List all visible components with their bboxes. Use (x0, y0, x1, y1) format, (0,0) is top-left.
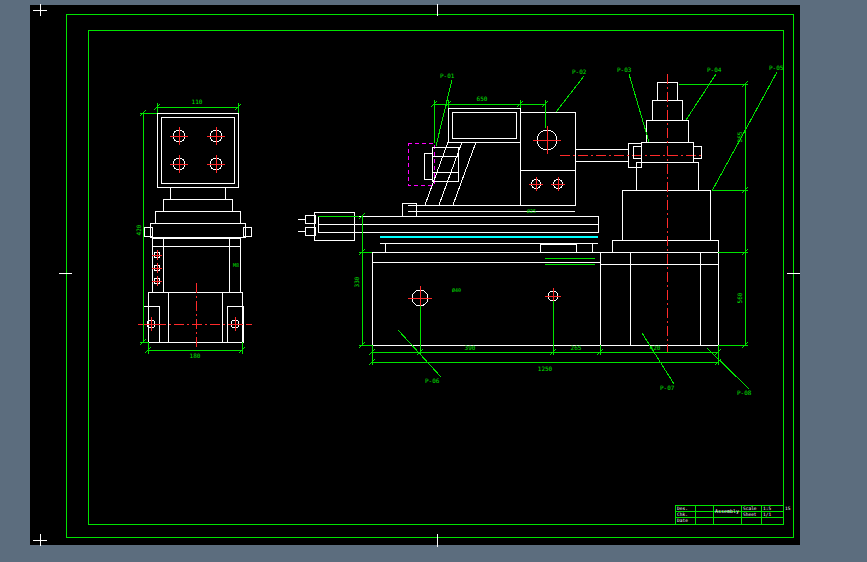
dim-fixture-height: 420 (135, 224, 142, 235)
titleblock-row-label: Chk. (677, 512, 688, 517)
side-hole-centermarks (152, 250, 162, 286)
sheet-value: 1/1 (763, 512, 771, 517)
cad-canvas[interactable]: 110 420 180 M8 (0, 0, 867, 562)
dim-base-width: 180 (190, 352, 201, 359)
titleblock-row-label: Date (677, 518, 688, 523)
titleblock-row-label: Des. (677, 506, 688, 511)
callout-label: P-02 (572, 68, 587, 75)
callout-label: P-05 (769, 64, 784, 71)
note-table: Ø25 (527, 208, 536, 214)
dim-plate-width: 110 (192, 98, 203, 105)
dim-bed-1: 390 (465, 344, 476, 351)
dim-bed-2: 265 (571, 344, 582, 351)
note-bed: Ø40 (452, 287, 461, 293)
scale-label: Scale (743, 506, 757, 511)
margin-note: 15 (785, 506, 791, 511)
note-thread: M8 (233, 262, 239, 268)
scale-value: 1:5 (763, 506, 771, 511)
dim-overall-length: 1250 (538, 365, 553, 372)
drawing-sheet (30, 5, 800, 545)
callout-label: P-07 (660, 384, 675, 391)
drawing-title: Assembly (715, 508, 739, 515)
callout-label: P-01 (440, 72, 455, 79)
callout-label: P-08 (737, 389, 752, 396)
callout-label: P-04 (707, 66, 722, 73)
callout-label: P-06 (425, 377, 440, 384)
dim-head-width: 650 (477, 95, 488, 102)
callout-label: P-03 (617, 66, 632, 73)
sheet-label: Sheet (743, 512, 757, 517)
dim-bed-height: 330 (353, 276, 360, 287)
dim-column-lower: 560 (736, 292, 743, 303)
